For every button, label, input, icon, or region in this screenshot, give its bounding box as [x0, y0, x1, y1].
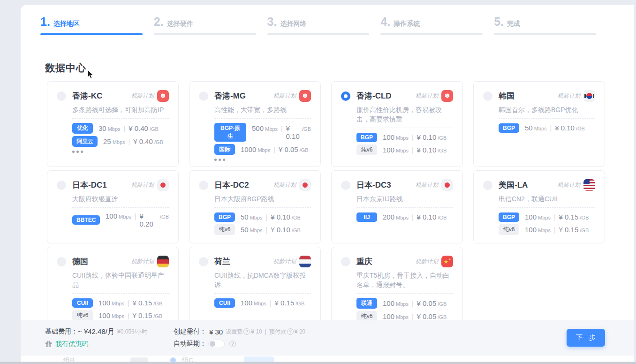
step-4[interactable]: 4.操作系统 — [380, 15, 494, 35]
base-fee-block: 基础费用： ~ ¥42.48/月 ¥0.059/小时 我有优惠码 — [45, 327, 174, 349]
card-body: 廉价高性价比机房，容易被攻击，高要求慎重BGP100Mbps|¥ 0.10/GB… — [356, 105, 453, 155]
card-header: 日本-DC1机龄计划 — [57, 179, 169, 191]
datacenter-card[interactable]: 重庆机龄计划★★重庆T5机房，骨干接入，自动白名单，通报封号。联通100Mbps… — [331, 247, 463, 330]
plan-label: 机龄计划 — [416, 92, 438, 100]
radio-unselected[interactable] — [483, 91, 492, 101]
card-body: 高性能，大带宽，多路线BGP-原生500Mbps|¥ 0.10/GB国际1000… — [214, 105, 311, 161]
radio-unselected[interactable] — [199, 91, 208, 101]
network-tag: BGP — [499, 212, 519, 222]
us-canton-icon — [583, 179, 590, 184]
setup-fee-help-icon[interactable]: ? — [243, 328, 250, 335]
radio-unselected[interactable] — [341, 257, 350, 266]
speed-value: 100 — [98, 299, 110, 307]
separator: | — [128, 312, 129, 319]
auto-renew-help-icon[interactable]: ? — [229, 341, 236, 347]
radio-unselected[interactable] — [199, 257, 208, 266]
dot-icon — [76, 151, 79, 153]
datacenter-card[interactable]: 日本-DC2机龄计划日本大阪府BGP路线BGP50Mbps|¥ 0.10/GB纯… — [189, 170, 321, 243]
network-line: BGP-原生500Mbps|¥ 0.10/GB — [214, 123, 311, 142]
card-body: 重庆T5机房，骨干接入，自动白名单，通报封号。联通100Mbps|¥ 0.05/… — [356, 271, 453, 322]
datacenter-card[interactable]: 香港-KC机龄计划✽多条路线可选择，可附加高防IP优化30Mbps|¥ 0.40… — [47, 81, 179, 167]
speed-unit: Mbps — [112, 313, 124, 319]
footer-bar: 基础费用： ~ ¥42.48/月 ¥0.059/小时 我有优惠码 创建 — [21, 320, 634, 356]
plan-label: 机龄计划 — [558, 181, 580, 189]
create-pay-label: 创建需付： — [174, 327, 206, 336]
price-value: ¥ 0.40 — [129, 124, 148, 132]
price-value: ¥ 0.10 — [555, 124, 575, 132]
speed-value: 100 — [525, 213, 537, 221]
datacenter-description: 大阪府软银直连 — [72, 194, 169, 204]
coupon-link[interactable]: 我有优惠码 — [45, 340, 88, 349]
step-number: 4. — [380, 15, 390, 29]
separator: | — [124, 125, 126, 132]
price-unit: /GB — [438, 314, 447, 320]
network-tag: BGP — [356, 133, 377, 142]
card-header: 日本-DC2机龄计划 — [199, 179, 311, 191]
cn-small-star-icon: ★ — [448, 258, 451, 261]
separator: | — [412, 146, 414, 154]
datacenter-card[interactable]: 德国机龄计划CUII路线，体验中国联通明星产品CUII100Mbps|¥ 0.1… — [47, 247, 179, 330]
kr-trigram-icon — [593, 94, 594, 98]
line-spec: 500Mbps|¥ 0.10/GB — [252, 124, 311, 140]
datacenter-card[interactable]: 日本-DC3机龄计划日本东京IIJ路线IIJ200Mbps|¥ 0.10/GB — [331, 170, 463, 243]
speed-value: 500 — [252, 124, 264, 132]
price-value: ¥ 0.10 — [417, 146, 437, 154]
radio-unselected[interactable] — [57, 91, 66, 101]
price-value: ¥ 0.40 — [133, 137, 153, 145]
price-unit: /GB — [153, 313, 162, 319]
plan-label: 机龄计划 — [131, 181, 154, 189]
prepay-help-icon[interactable]: ? — [287, 328, 294, 335]
network-tag: IIJ — [356, 212, 377, 222]
card-body: 日本大阪府BGP路线BGP50Mbps|¥ 0.10/GB纯v650Mbps|¥… — [214, 194, 311, 235]
hk-flag-icon: ✽ — [157, 90, 169, 102]
datacenter-card[interactable]: 荷兰机龄计划CUII路线，抗DMCA数字版权投诉CUII100Mbps|¥ 0.… — [189, 247, 321, 330]
dashed-divider — [499, 207, 595, 208]
datacenter-card[interactable]: 韩国机龄计划韩国首尔，多线路BGP优化BGP50Mbps|¥ 0.10/GB — [473, 81, 605, 167]
step-5[interactable]: 5.完成 — [494, 15, 607, 35]
network-tag: 纯v6 — [72, 310, 93, 321]
de-gold-band — [157, 264, 169, 267]
next-step-button[interactable]: 下一步 — [567, 329, 605, 347]
datacenter-card[interactable]: 香港-MG机龄计划✽高性能，大带宽，多路线BGP-原生500Mbps|¥ 0.1… — [189, 81, 321, 167]
datacenter-card[interactable]: 美国-LA机龄计划电信CN2，联通CUIIBGP100Mbps|¥ 0.15/G… — [473, 170, 605, 243]
step-3[interactable]: 3.选择网络 — [267, 15, 381, 35]
radio-unselected[interactable] — [199, 181, 208, 190]
speed-value: 100 — [383, 299, 394, 307]
datacenter-name: 日本-DC3 — [356, 180, 391, 190]
setup-fee-label: 设置费 — [226, 328, 242, 336]
auto-renew-toggle[interactable] — [208, 340, 225, 348]
datacenter-description: 日本大阪府BGP路线 — [214, 194, 311, 204]
speed-unit: Mbps — [265, 126, 278, 132]
datacenter-card[interactable]: 日本-DC1机龄计划大阪府软银直连BBTEC100Mbps|¥ 0.20/GB — [47, 170, 179, 243]
price-value: ¥ 0.20 — [140, 212, 159, 228]
gift-icon — [45, 341, 52, 348]
speed-unit: Mbps — [254, 301, 266, 306]
price-unit: /GB — [576, 126, 585, 131]
radio-unselected[interactable] — [483, 181, 492, 190]
radio-unselected[interactable] — [341, 181, 350, 190]
separator: | — [412, 134, 414, 141]
dashed-divider — [72, 207, 169, 208]
price-value: ¥ 0.05 — [417, 312, 437, 320]
fee-separator: | — [265, 328, 266, 335]
radio-unselected[interactable] — [57, 257, 66, 266]
price-value: ¥ 0.15 — [133, 311, 152, 319]
card-header: 德国机龄计划 — [57, 256, 169, 267]
dot-icon — [219, 159, 221, 161]
line-spec: 100Mbps|¥ 0.10/GB — [383, 146, 447, 154]
step-number: 3. — [267, 15, 277, 29]
price-unit: /GB — [295, 301, 304, 306]
step-1[interactable]: 1.选择地区 — [40, 15, 154, 35]
network-tag: 纯v6 — [356, 144, 377, 155]
radio-unselected[interactable] — [57, 181, 66, 190]
price-value: ¥ 0.10 — [417, 133, 437, 141]
card-body: 日本东京IIJ路线IIJ200Mbps|¥ 0.10/GB — [356, 194, 453, 222]
datacenter-card[interactable]: 香港-CLD机龄计划✽廉价高性价比机房，容易被攻击，高要求慎重BGP100Mbp… — [331, 81, 463, 167]
speed-value: 100 — [106, 212, 117, 220]
speed-value: 50 — [241, 226, 249, 234]
step-2[interactable]: 2.选择硬件 — [154, 15, 267, 35]
line-spec: 100Mbps|¥ 0.15/GB — [98, 299, 162, 307]
plan-label: 机龄计划 — [273, 181, 296, 189]
card-body: 韩国首尔，多线路BGP优化BGP50Mbps|¥ 0.10/GB — [499, 105, 595, 133]
radio-selected[interactable] — [341, 91, 350, 101]
